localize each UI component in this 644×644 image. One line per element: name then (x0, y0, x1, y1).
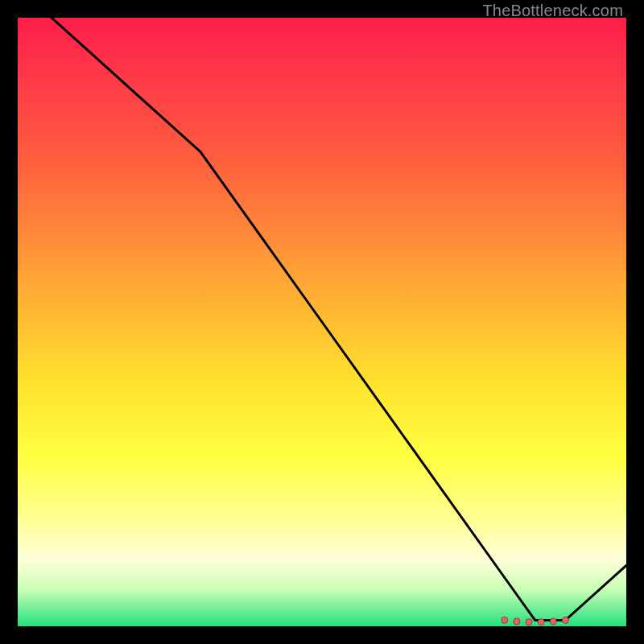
min-marker (502, 617, 508, 623)
series-line (18, 18, 626, 626)
chart-frame: TheBottleneck.com (0, 0, 644, 644)
plot-area (18, 18, 626, 626)
min-marker (538, 619, 544, 625)
min-marker (514, 618, 520, 625)
min-marker (562, 617, 568, 623)
min-marker (526, 619, 532, 625)
min-marker (550, 618, 556, 625)
bottleneck-curve (18, 18, 626, 620)
